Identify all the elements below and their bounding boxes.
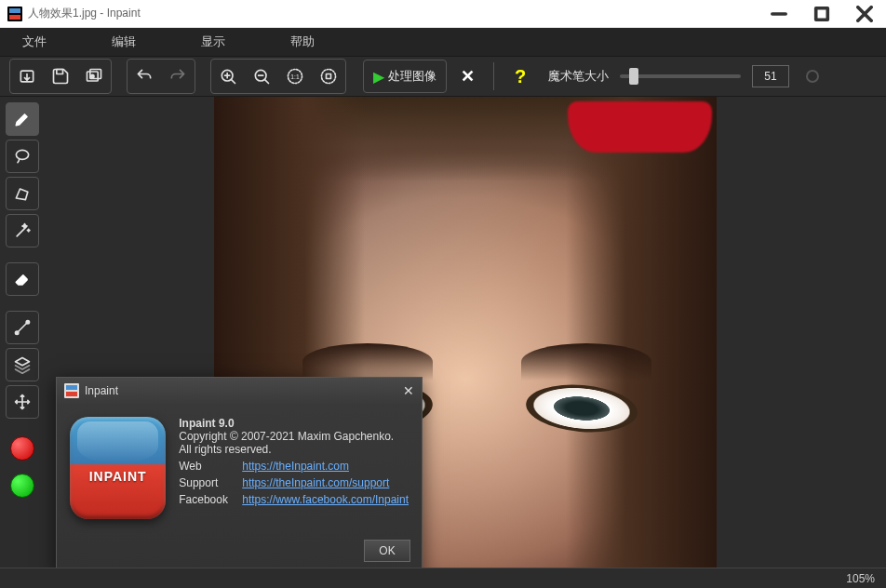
brush-size-input[interactable] xyxy=(752,65,789,87)
svg-rect-1 xyxy=(8,14,21,20)
web-label: Web xyxy=(179,460,238,473)
window-title: 人物效果1.jpg - Inpaint xyxy=(28,6,758,21)
svg-text:1:1: 1:1 xyxy=(290,74,300,80)
brush-size-label: 魔术笔大小 xyxy=(548,68,609,85)
line-tool[interactable] xyxy=(6,311,39,344)
svg-rect-0 xyxy=(8,7,21,14)
app-icon xyxy=(7,7,22,21)
menu-help[interactable]: 帮助 xyxy=(272,29,333,55)
zoom-actual-button[interactable]: 1:1 xyxy=(278,60,312,93)
green-mask-color[interactable] xyxy=(6,469,39,502)
zoom-level: 105% xyxy=(846,572,875,585)
main-toolbar: 1:1 ▶ 处理图像 ✕ ? 魔术笔大小 xyxy=(0,56,886,97)
move-tool[interactable] xyxy=(6,385,39,419)
process-label: 处理图像 xyxy=(388,68,436,85)
about-dialog: Inpaint ✕ INPAINT Inpaint 9.0 Copyright … xyxy=(56,377,423,574)
green-dot-icon xyxy=(10,474,34,498)
brush-preview xyxy=(799,62,826,90)
batch-button[interactable] xyxy=(77,60,111,93)
process-button[interactable]: ▶ 处理图像 xyxy=(363,60,447,93)
app-name-label: Inpaint 9.0 xyxy=(179,417,234,430)
open-button[interactable] xyxy=(10,60,44,93)
magic-wand-tool[interactable] xyxy=(6,214,39,247)
zoom-in-button[interactable] xyxy=(211,60,245,93)
dialog-info: Inpaint 9.0 Copyright © 2007-2021 Maxim … xyxy=(179,417,409,519)
brush-size-slider[interactable] xyxy=(620,74,741,78)
help-button[interactable]: ? xyxy=(503,60,537,93)
window-titlebar: 人物效果1.jpg - Inpaint xyxy=(0,0,886,28)
lasso-tool[interactable] xyxy=(6,140,39,173)
web-link[interactable]: https://theInpaint.com xyxy=(242,460,349,473)
menu-file[interactable]: 文件 xyxy=(4,29,65,55)
ok-button[interactable]: OK xyxy=(364,540,410,562)
maximize-button[interactable] xyxy=(800,0,843,27)
layers-tool[interactable] xyxy=(6,348,39,381)
svg-rect-3 xyxy=(816,7,828,20)
dialog-titlebar[interactable]: Inpaint ✕ xyxy=(57,378,422,404)
status-bar: 105% xyxy=(0,568,886,588)
svg-point-20 xyxy=(322,70,336,84)
svg-point-22 xyxy=(16,150,28,159)
cancel-button[interactable]: ✕ xyxy=(450,60,484,93)
play-icon: ▶ xyxy=(373,68,384,86)
menu-view[interactable]: 显示 xyxy=(182,29,244,55)
slider-thumb[interactable] xyxy=(629,68,638,85)
support-link[interactable]: https://theInpaint.com/support xyxy=(242,476,389,489)
dialog-logo: INPAINT xyxy=(70,417,166,519)
svg-line-16 xyxy=(264,79,268,83)
undo-button[interactable] xyxy=(128,60,161,93)
minimize-button[interactable] xyxy=(758,0,800,27)
redo-button[interactable] xyxy=(161,60,195,93)
red-mask-color[interactable] xyxy=(6,432,39,465)
polygon-tool[interactable] xyxy=(6,177,39,210)
svg-line-25 xyxy=(18,323,27,332)
dialog-close-button[interactable]: ✕ xyxy=(403,383,414,398)
support-label: Support xyxy=(179,476,238,489)
svg-rect-21 xyxy=(327,74,331,79)
copyright-label: Copyright © 2007-2021 Maxim Gapchenko. xyxy=(179,430,409,443)
red-dot-icon xyxy=(10,436,34,461)
svg-line-12 xyxy=(231,79,235,83)
mask-selection xyxy=(568,101,712,153)
menu-edit[interactable]: 编辑 xyxy=(93,29,154,55)
menu-bar: 文件 编辑 显示 帮助 xyxy=(0,28,886,56)
dialog-app-icon xyxy=(64,383,79,398)
svg-rect-7 xyxy=(57,70,63,74)
save-button[interactable] xyxy=(44,60,77,93)
svg-point-10 xyxy=(91,74,94,77)
zoom-fit-button[interactable] xyxy=(312,60,345,93)
facebook-link[interactable]: https://www.facebook.com/Inpaint xyxy=(242,493,409,506)
svg-rect-27 xyxy=(65,391,78,397)
eraser-tool[interactable] xyxy=(6,262,39,296)
marker-tool[interactable] xyxy=(6,102,39,136)
dialog-title: Inpaint xyxy=(85,384,118,397)
rights-label: All rights reserved. xyxy=(179,443,409,456)
zoom-out-button[interactable] xyxy=(245,60,278,93)
close-button[interactable] xyxy=(843,0,886,27)
facebook-label: Facebook xyxy=(179,493,238,506)
svg-rect-26 xyxy=(65,384,78,391)
tool-sidebar xyxy=(0,97,45,568)
